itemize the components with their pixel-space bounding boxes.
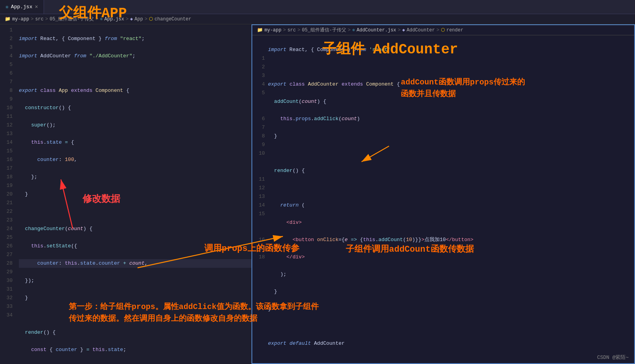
ov-bc-6: render — [446, 27, 463, 33]
ov-folder-icon: 📁 — [257, 27, 263, 33]
react-icon: ⚛ — [6, 4, 9, 10]
tab-label: App.jsx — [11, 4, 33, 10]
watermark: CSDN @紫陌~ — [597, 354, 629, 361]
title-parent: 父组件APP — [59, 3, 127, 22]
annotation-callprops: 调用props上的函数传参 — [204, 242, 299, 254]
bc-part-1: my-app — [12, 16, 29, 22]
annotation-childcall: 子组件调用addCount函数传数据 — [346, 243, 474, 255]
annotation-step1: 第一步：给子组件props。属性addClick值为函数。该函数拿到子组件 传过… — [69, 301, 319, 325]
ov-bc-1: my-app — [264, 27, 281, 33]
overlay-breadcrumb: 📁 my-app > src > 05_组件通信-子传父 > ⚛ AddCoun… — [252, 25, 634, 35]
breadcrumb-folder-icon: 📁 — [5, 16, 11, 22]
bc-part-6: changeCounter — [154, 16, 191, 22]
bc-class-icon: ◈ — [130, 16, 133, 22]
bc-method-icon: ⬡ — [149, 16, 153, 22]
ov-bc-3: 05_组件通信-子传父 — [302, 27, 346, 33]
ov-bc-4: AddCounter.jsx — [356, 27, 396, 33]
tab-close-icon[interactable]: × — [35, 4, 38, 10]
ov-class-icon: ◈ — [402, 27, 405, 33]
line-numbers: 12345 678910 1112131415 1617181920 21222… — [0, 24, 16, 320]
bc-part-2: src — [35, 16, 44, 22]
ov-method-icon: ⬡ — [441, 27, 445, 33]
ov-bc-2: src — [287, 27, 296, 33]
annotation-addcount: addCount函数调用props传过来的函数并且传数据 — [401, 77, 525, 100]
ov-bc-5: AddCounter — [407, 27, 435, 33]
tab-app-jsx[interactable]: ⚛ App.jsx × — [0, 0, 44, 14]
ov-react-icon: ⚛ — [352, 27, 355, 33]
title-child: 子组件 AddCounter — [322, 39, 458, 59]
annotation-modify: 修改数据 — [83, 192, 120, 205]
bc-part-5: App — [134, 16, 143, 22]
